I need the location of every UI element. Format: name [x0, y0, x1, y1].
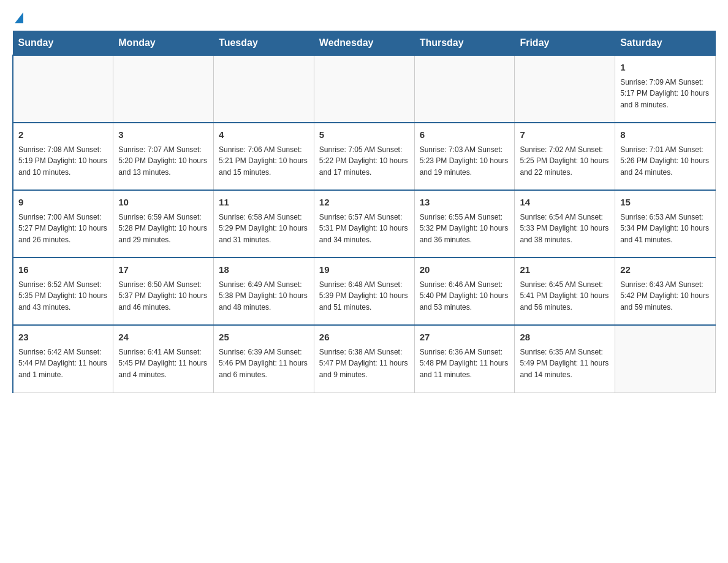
- table-row: [214, 55, 314, 123]
- table-row: 8Sunrise: 7:01 AM Sunset: 5:26 PM Daylig…: [615, 123, 716, 190]
- table-row: [13, 55, 113, 123]
- day-info: Sunrise: 6:55 AM Sunset: 5:32 PM Dayligh…: [420, 212, 510, 246]
- week-row-3: 9Sunrise: 7:00 AM Sunset: 5:27 PM Daylig…: [13, 190, 716, 258]
- day-number: 11: [219, 196, 309, 210]
- day-info: Sunrise: 6:38 AM Sunset: 5:47 PM Dayligh…: [319, 347, 409, 381]
- day-info: Sunrise: 6:58 AM Sunset: 5:29 PM Dayligh…: [219, 212, 309, 246]
- table-row: 6Sunrise: 7:03 AM Sunset: 5:23 PM Daylig…: [414, 123, 515, 190]
- table-row: 19Sunrise: 6:48 AM Sunset: 5:39 PM Dayli…: [314, 258, 414, 325]
- day-number: 6: [420, 128, 510, 142]
- day-number: 4: [219, 128, 309, 142]
- table-row: 17Sunrise: 6:50 AM Sunset: 5:37 PM Dayli…: [113, 258, 214, 325]
- week-row-2: 2Sunrise: 7:08 AM Sunset: 5:19 PM Daylig…: [13, 123, 716, 190]
- logo-arrow-icon: [15, 12, 23, 23]
- week-row-1: 1Sunrise: 7:09 AM Sunset: 5:17 PM Daylig…: [13, 55, 716, 123]
- day-number: 14: [520, 196, 610, 210]
- day-info: Sunrise: 7:05 AM Sunset: 5:22 PM Dayligh…: [319, 144, 409, 178]
- day-info: Sunrise: 6:41 AM Sunset: 5:45 PM Dayligh…: [118, 347, 208, 381]
- day-info: Sunrise: 6:43 AM Sunset: 5:42 PM Dayligh…: [620, 279, 710, 313]
- day-number: 13: [420, 196, 510, 210]
- table-row: 15Sunrise: 6:53 AM Sunset: 5:34 PM Dayli…: [615, 190, 716, 258]
- week-row-5: 23Sunrise: 6:42 AM Sunset: 5:44 PM Dayli…: [13, 325, 716, 393]
- table-row: 23Sunrise: 6:42 AM Sunset: 5:44 PM Dayli…: [13, 325, 113, 393]
- day-info: Sunrise: 6:50 AM Sunset: 5:37 PM Dayligh…: [118, 279, 208, 313]
- day-info: Sunrise: 6:54 AM Sunset: 5:33 PM Dayligh…: [520, 212, 610, 246]
- table-row: 4Sunrise: 7:06 AM Sunset: 5:21 PM Daylig…: [214, 123, 314, 190]
- day-number: 27: [420, 331, 510, 345]
- day-number: 12: [319, 196, 409, 210]
- table-row: [615, 325, 716, 393]
- day-number: 21: [520, 263, 610, 277]
- table-row: 1Sunrise: 7:09 AM Sunset: 5:17 PM Daylig…: [615, 55, 716, 123]
- table-row: 14Sunrise: 6:54 AM Sunset: 5:33 PM Dayli…: [515, 190, 615, 258]
- logo: [12, 12, 23, 25]
- day-info: Sunrise: 6:45 AM Sunset: 5:41 PM Dayligh…: [520, 279, 610, 313]
- day-info: Sunrise: 6:57 AM Sunset: 5:31 PM Dayligh…: [319, 212, 409, 246]
- day-info: Sunrise: 6:49 AM Sunset: 5:38 PM Dayligh…: [219, 279, 309, 313]
- header-friday: Friday: [515, 31, 615, 56]
- day-info: Sunrise: 7:01 AM Sunset: 5:26 PM Dayligh…: [620, 144, 710, 178]
- day-number: 3: [118, 128, 208, 142]
- table-row: [414, 55, 515, 123]
- day-info: Sunrise: 6:42 AM Sunset: 5:44 PM Dayligh…: [18, 347, 108, 381]
- header-wednesday: Wednesday: [314, 31, 414, 56]
- day-info: Sunrise: 7:09 AM Sunset: 5:17 PM Dayligh…: [620, 77, 710, 111]
- day-info: Sunrise: 7:00 AM Sunset: 5:27 PM Dayligh…: [18, 212, 108, 246]
- day-number: 28: [520, 331, 610, 345]
- table-row: 22Sunrise: 6:43 AM Sunset: 5:42 PM Dayli…: [615, 258, 716, 325]
- logo-general: [12, 12, 23, 25]
- table-row: 18Sunrise: 6:49 AM Sunset: 5:38 PM Dayli…: [214, 258, 314, 325]
- day-info: Sunrise: 7:08 AM Sunset: 5:19 PM Dayligh…: [18, 144, 108, 178]
- table-row: 2Sunrise: 7:08 AM Sunset: 5:19 PM Daylig…: [13, 123, 113, 190]
- table-row: 9Sunrise: 7:00 AM Sunset: 5:27 PM Daylig…: [13, 190, 113, 258]
- day-info: Sunrise: 6:53 AM Sunset: 5:34 PM Dayligh…: [620, 212, 710, 246]
- day-number: 24: [118, 331, 208, 345]
- table-row: 5Sunrise: 7:05 AM Sunset: 5:22 PM Daylig…: [314, 123, 414, 190]
- day-number: 15: [620, 196, 710, 210]
- table-row: 25Sunrise: 6:39 AM Sunset: 5:46 PM Dayli…: [214, 325, 314, 393]
- table-row: 21Sunrise: 6:45 AM Sunset: 5:41 PM Dayli…: [515, 258, 615, 325]
- day-number: 19: [319, 263, 409, 277]
- day-number: 17: [118, 263, 208, 277]
- day-number: 26: [319, 331, 409, 345]
- day-info: Sunrise: 7:03 AM Sunset: 5:23 PM Dayligh…: [420, 144, 510, 178]
- day-info: Sunrise: 6:59 AM Sunset: 5:28 PM Dayligh…: [118, 212, 208, 246]
- day-info: Sunrise: 7:02 AM Sunset: 5:25 PM Dayligh…: [520, 144, 610, 178]
- calendar-body: 1Sunrise: 7:09 AM Sunset: 5:17 PM Daylig…: [13, 55, 716, 393]
- day-number: 10: [118, 196, 208, 210]
- day-info: Sunrise: 6:36 AM Sunset: 5:48 PM Dayligh…: [420, 347, 510, 381]
- day-number: 5: [319, 128, 409, 142]
- day-info: Sunrise: 6:35 AM Sunset: 5:49 PM Dayligh…: [520, 347, 610, 381]
- table-row: 27Sunrise: 6:36 AM Sunset: 5:48 PM Dayli…: [414, 325, 515, 393]
- header-monday: Monday: [113, 31, 214, 56]
- page-header: [12, 12, 716, 25]
- day-number: 16: [18, 263, 108, 277]
- week-row-4: 16Sunrise: 6:52 AM Sunset: 5:35 PM Dayli…: [13, 258, 716, 325]
- table-row: [314, 55, 414, 123]
- table-row: [515, 55, 615, 123]
- day-info: Sunrise: 6:39 AM Sunset: 5:46 PM Dayligh…: [219, 347, 309, 381]
- table-row: 28Sunrise: 6:35 AM Sunset: 5:49 PM Dayli…: [515, 325, 615, 393]
- day-number: 7: [520, 128, 610, 142]
- table-row: 13Sunrise: 6:55 AM Sunset: 5:32 PM Dayli…: [414, 190, 515, 258]
- day-number: 8: [620, 128, 710, 142]
- calendar-header: SundayMondayTuesdayWednesdayThursdayFrid…: [13, 31, 716, 56]
- day-number: 20: [420, 263, 510, 277]
- day-info: Sunrise: 7:06 AM Sunset: 5:21 PM Dayligh…: [219, 144, 309, 178]
- day-number: 2: [18, 128, 108, 142]
- table-row: [113, 55, 214, 123]
- table-row: 11Sunrise: 6:58 AM Sunset: 5:29 PM Dayli…: [214, 190, 314, 258]
- header-saturday: Saturday: [615, 31, 716, 56]
- day-number: 1: [620, 61, 710, 75]
- table-row: 3Sunrise: 7:07 AM Sunset: 5:20 PM Daylig…: [113, 123, 214, 190]
- day-info: Sunrise: 6:48 AM Sunset: 5:39 PM Dayligh…: [319, 279, 409, 313]
- day-number: 18: [219, 263, 309, 277]
- header-tuesday: Tuesday: [214, 31, 314, 56]
- day-info: Sunrise: 6:46 AM Sunset: 5:40 PM Dayligh…: [420, 279, 510, 313]
- days-of-week-row: SundayMondayTuesdayWednesdayThursdayFrid…: [13, 31, 716, 56]
- header-thursday: Thursday: [414, 31, 515, 56]
- table-row: 7Sunrise: 7:02 AM Sunset: 5:25 PM Daylig…: [515, 123, 615, 190]
- table-row: 16Sunrise: 6:52 AM Sunset: 5:35 PM Dayli…: [13, 258, 113, 325]
- table-row: 12Sunrise: 6:57 AM Sunset: 5:31 PM Dayli…: [314, 190, 414, 258]
- calendar-table: SundayMondayTuesdayWednesdayThursdayFrid…: [12, 31, 716, 393]
